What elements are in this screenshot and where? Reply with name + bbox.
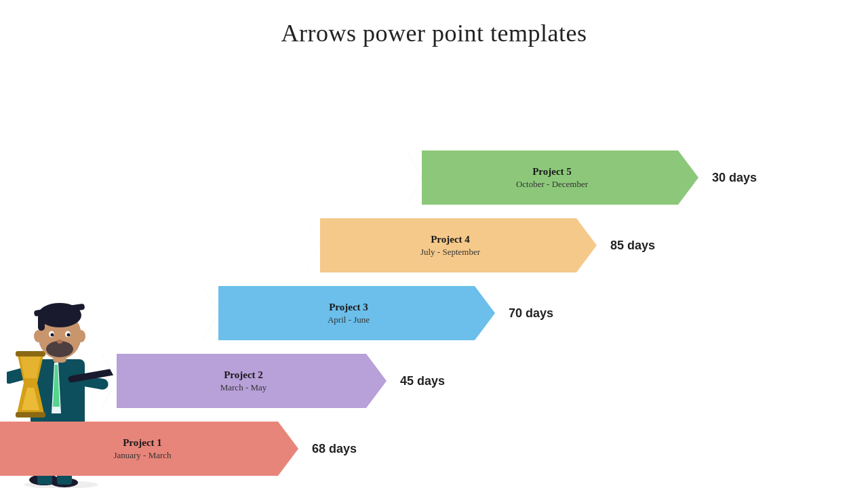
project-1-row: Project 1 January - March 68 days [0, 422, 357, 476]
project-4-name: Project 4 [420, 234, 480, 245]
svg-rect-12 [16, 351, 45, 357]
project-1-content: Project 1 January - March [113, 437, 171, 461]
project-4-content: Project 4 July - September [420, 234, 480, 258]
svg-rect-20 [38, 314, 45, 331]
project-2-arrow: Project 2 March - May [102, 354, 387, 408]
project-1-name: Project 1 [113, 437, 171, 449]
project-3-days: 70 days [509, 306, 553, 321]
svg-point-26 [57, 340, 62, 344]
project-4-arrow: Project 4 July - September [305, 218, 597, 272]
page-title: Arrows power point templates [0, 0, 868, 54]
svg-rect-13 [16, 412, 45, 418]
project-5-arrow: Project 5 October - December [407, 150, 698, 205]
project-1-dates: January - March [113, 450, 171, 461]
project-5-dates: October - December [516, 179, 588, 190]
project-4-dates: July - September [420, 247, 480, 258]
svg-point-24 [51, 333, 54, 337]
svg-point-25 [67, 333, 71, 337]
project-2-name: Project 2 [220, 369, 267, 381]
main-container: Project 5 October - December 30 days Pro… [0, 54, 868, 488]
project-5-content: Project 5 October - December [516, 166, 588, 190]
project-1-arrow: Project 1 January - March [0, 422, 298, 476]
project-3-arrow: Project 3 April - June [203, 286, 495, 340]
project-5-days: 30 days [712, 171, 757, 185]
project-2-dates: March - May [220, 382, 267, 393]
project-3-row: Project 3 April - June 70 days [203, 286, 553, 340]
project-2-content: Project 2 March - May [220, 369, 267, 393]
svg-point-28 [77, 330, 85, 342]
project-2-row: Project 2 March - May 45 days [102, 354, 445, 408]
svg-point-27 [34, 330, 42, 342]
project-1-days: 68 days [312, 442, 357, 456]
project-3-name: Project 3 [328, 302, 370, 313]
project-3-dates: April - June [328, 314, 370, 325]
project-2-days: 45 days [400, 374, 445, 388]
project-5-name: Project 5 [516, 166, 588, 178]
project-4-days: 85 days [610, 239, 655, 253]
project-3-content: Project 3 April - June [328, 302, 370, 325]
project-4-row: Project 4 July - September 85 days [305, 218, 655, 272]
project-5-row: Project 5 October - December 30 days [407, 150, 757, 205]
